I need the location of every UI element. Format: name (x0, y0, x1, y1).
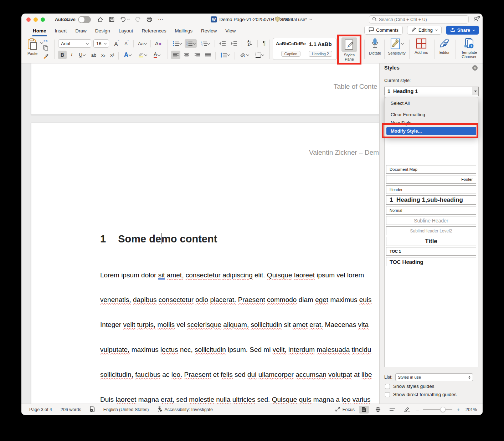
shading-button[interactable] (237, 51, 251, 59)
print-icon[interactable] (146, 17, 152, 22)
zoom-window-button[interactable] (41, 17, 45, 22)
home-icon[interactable] (97, 17, 103, 22)
proofing-status-icon[interactable] (90, 406, 95, 413)
tab-review[interactable]: Review (197, 27, 221, 35)
editor-button[interactable]: Editor (436, 38, 453, 55)
more-commands-icon[interactable]: ⋯ (158, 16, 164, 23)
autosave-toggle[interactable] (78, 16, 91, 23)
subscript-button[interactable]: x₂ (99, 51, 108, 59)
grow-font-button[interactable]: Aˆ (112, 39, 121, 48)
style-item-heading1[interactable]: 1 Heading 1,sub-heading (386, 195, 476, 205)
print-layout-view-button[interactable] (359, 406, 369, 414)
tab-draw[interactable]: Draw (71, 27, 91, 35)
share-button[interactable]: Share (446, 26, 479, 35)
copy-icon[interactable] (43, 45, 48, 52)
style-item-subline-header[interactable]: Subline Header (386, 216, 476, 225)
sensitivity-button[interactable]: Sensitivity (386, 38, 407, 55)
numbered-list-button[interactable]: 123 (185, 39, 197, 48)
style-item-subline-header-level2[interactable]: SublineHeader Level2 (386, 226, 476, 235)
tab-references[interactable]: References (137, 27, 170, 35)
undo-icon[interactable] (120, 17, 129, 22)
sort-button[interactable]: AZ (245, 39, 255, 48)
menu-item-clear-formatting[interactable]: Clear Formatting (386, 111, 476, 119)
tab-mailings[interactable]: Mailings (170, 27, 197, 35)
zoom-in-button[interactable]: + (457, 406, 460, 412)
styles-list-filter-select[interactable]: Styles in use (395, 373, 473, 381)
outline-view-button[interactable] (387, 406, 397, 414)
style-item-header[interactable]: Header (386, 185, 476, 194)
highlight-color-button[interactable] (135, 51, 149, 59)
style-item-toc1[interactable]: TOC 1 (386, 247, 476, 256)
multilevel-list-button[interactable]: 1ai (198, 39, 212, 48)
focus-mode-button[interactable]: Focus (335, 407, 355, 412)
zoom-slider[interactable] (423, 409, 452, 410)
menu-item-select-all[interactable]: Select All (386, 99, 476, 107)
close-icon[interactable]: ✕ (472, 65, 478, 71)
italic-button[interactable]: I (68, 51, 76, 59)
zoom-slider-knob[interactable] (440, 407, 446, 412)
tab-home[interactable]: Home (29, 27, 51, 35)
document-page-2[interactable]: Valentin Zickner – Demo 1Some demo conte… (31, 123, 392, 404)
align-left-button[interactable] (171, 51, 180, 59)
tab-layout[interactable]: Layout (114, 27, 138, 35)
show-styles-guides-checkbox[interactable] (385, 384, 390, 389)
style-chip-heading2[interactable]: 1.1 AaBb Heading 2 (309, 40, 332, 58)
add-ins-button[interactable]: Add-ins (411, 38, 431, 55)
web-layout-view-button[interactable] (373, 406, 383, 414)
tab-design[interactable]: Design (91, 27, 114, 35)
document-page-1[interactable]: Table of Conte (31, 63, 392, 115)
close-window-button[interactable] (26, 17, 31, 22)
shrink-font-button[interactable]: Aˇ (122, 39, 131, 48)
justify-button[interactable] (203, 51, 212, 59)
styles-pane-button[interactable]: StylesPane (340, 37, 359, 61)
clear-formatting-button[interactable]: A◆ (153, 39, 163, 48)
style-chip-caption[interactable]: AaBbCcDdEe Caption (276, 40, 306, 58)
superscript-button[interactable]: x² (108, 51, 117, 59)
menu-item-modify-style[interactable]: Modify Style... (386, 127, 476, 135)
underline-button[interactable]: U (76, 51, 88, 59)
tab-insert[interactable]: Insert (51, 27, 71, 35)
text-effects-button[interactable]: A (121, 51, 134, 59)
draft-view-button[interactable] (402, 406, 412, 414)
paste-button[interactable]: Paste (27, 38, 38, 56)
borders-button[interactable] (252, 51, 267, 59)
accessibility-status[interactable]: Accessibility: Investigate (164, 407, 212, 412)
change-case-button[interactable]: Aa (136, 39, 148, 48)
format-painter-icon[interactable] (43, 53, 48, 60)
people-presence-icon[interactable] (473, 16, 480, 23)
font-name-select[interactable]: Arial (58, 39, 91, 48)
strikethrough-button[interactable]: ab (89, 51, 98, 59)
bold-button[interactable]: B (58, 51, 67, 59)
increase-indent-button[interactable] (229, 39, 239, 48)
dictate-button[interactable]: Dictate (366, 38, 384, 55)
decrease-indent-button[interactable] (217, 39, 227, 48)
style-item-footer[interactable]: Footer (386, 175, 476, 184)
comments-button[interactable]: Comments (364, 26, 403, 35)
cut-icon[interactable]: ✂ (43, 38, 48, 44)
font-size-select[interactable]: 16 (93, 39, 109, 48)
sensitivity-chip[interactable]: Internal use* (275, 16, 312, 23)
show-direct-formatting-guides-checkbox[interactable] (385, 392, 390, 397)
style-item-document-map[interactable]: Document Map (386, 165, 476, 174)
template-chooser-button[interactable]: TemplateChooser (458, 38, 480, 59)
document-canvas[interactable]: Table of Conte Valentin Zickner – Demo 1… (21, 63, 483, 404)
language-indicator[interactable]: English (United States) (103, 407, 149, 412)
editing-mode-button[interactable]: Editing (407, 26, 442, 35)
zoom-out-button[interactable]: – (416, 406, 419, 412)
page-indicator[interactable]: Page 3 of 4 (29, 407, 52, 412)
bullet-list-button[interactable] (171, 39, 183, 48)
tab-view[interactable]: View (221, 27, 240, 35)
style-item-toc-heading[interactable]: TOC Heading (386, 257, 476, 266)
zoom-level[interactable]: 201% (464, 407, 477, 412)
align-right-button[interactable] (192, 51, 202, 59)
style-item-normal[interactable]: Normal (386, 206, 476, 215)
search-input[interactable]: Search (Cmd + Ctrl + U) (369, 15, 469, 24)
show-paragraph-marks-button[interactable]: ¶ (259, 39, 269, 48)
minimize-window-button[interactable] (34, 17, 38, 22)
style-item-title[interactable]: Title (386, 237, 476, 246)
line-spacing-button[interactable] (218, 51, 232, 59)
align-center-button[interactable] (182, 51, 191, 59)
redo-icon[interactable] (135, 17, 141, 22)
save-icon[interactable] (109, 17, 114, 22)
word-count[interactable]: 206 words (61, 407, 81, 412)
